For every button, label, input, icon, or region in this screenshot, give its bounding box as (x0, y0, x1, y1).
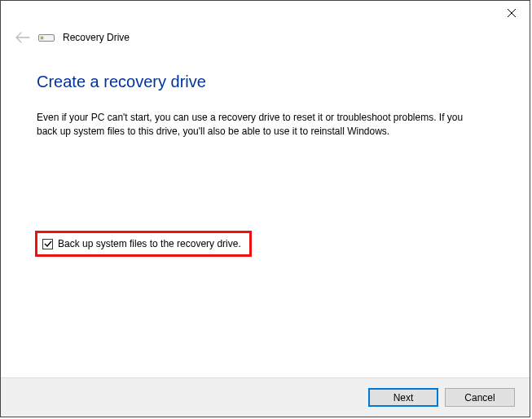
backup-checkbox-label[interactable]: Back up system files to the recovery dri… (58, 238, 241, 249)
backup-checkbox[interactable] (42, 239, 53, 249)
svg-rect-3 (41, 37, 43, 39)
titlebar (1, 1, 530, 25)
wizard-window: Recovery Drive Create a recovery drive E… (0, 0, 530, 417)
back-button[interactable] (15, 32, 30, 43)
content-area: Create a recovery drive Even if your PC … (1, 43, 530, 139)
footer: Next Cancel (1, 377, 530, 417)
close-button[interactable] (493, 1, 530, 25)
backup-option-highlight: Back up system files to the recovery dri… (35, 231, 252, 257)
page-heading: Create a recovery drive (37, 73, 497, 91)
app-title: Recovery Drive (63, 32, 130, 43)
drive-icon (38, 33, 55, 42)
header-row: Recovery Drive (1, 25, 530, 43)
cancel-button[interactable]: Cancel (445, 388, 515, 407)
close-icon (508, 9, 516, 17)
next-button[interactable]: Next (368, 388, 438, 407)
checkmark-icon (44, 240, 52, 248)
page-description: Even if your PC can't start, you can use… (37, 111, 477, 139)
back-arrow-icon (15, 32, 30, 43)
